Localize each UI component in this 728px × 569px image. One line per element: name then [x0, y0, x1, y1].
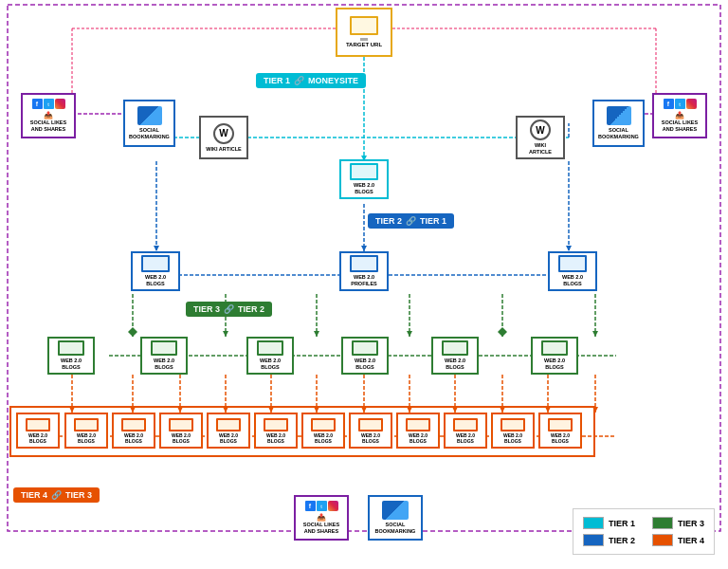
web20-tier4-9: WEB 2.0BLOGS: [396, 413, 440, 449]
bookmarking-icon-right: [607, 106, 631, 125]
web20-tier4-4-label: WEB 2.0BLOGS: [172, 432, 191, 444]
web20-tier4-1: WEB 2.0BLOGS: [16, 413, 60, 449]
web20-tier4-5: WEB 2.0BLOGS: [207, 413, 250, 449]
wiki-right-label: WIKIARTICLE: [529, 142, 552, 155]
web20-tier4-6-label: WEB 2.0BLOGS: [266, 432, 285, 444]
bookmarking-bottom-label: SOCIALBOOKMARKING: [375, 522, 416, 534]
legend-tier1: TIER 1: [583, 517, 635, 529]
web20-tier4-6: WEB 2.0BLOGS: [254, 413, 298, 449]
target-monitor-icon: [350, 16, 378, 35]
web20-profiles-tier2: WEB 2.0 PROFILES: [339, 251, 389, 291]
tier4-label: TIER 4 🔗 TIER 3: [13, 487, 100, 503]
web20-tier3-3: WEB 2.0BLOGS: [246, 337, 294, 375]
tier1-text: TIER 1: [264, 76, 290, 85]
web20-tier3-6: WEB 2.0BLOGS: [531, 337, 578, 375]
web20-tier3-6-label: WEB 2.0BLOGS: [544, 358, 565, 370]
web20-tier4-7: WEB 2.0BLOGS: [301, 413, 345, 449]
social-likes-bottom-label: SOCIAL LIKESAND SHARES: [303, 522, 339, 534]
diagram-container: TARGET URL TIER 1 🔗 MONEYSITE f t 📤 SOCI…: [0, 0, 728, 569]
svg-marker-52: [592, 407, 598, 413]
legend-tier2: TIER 2: [583, 534, 635, 546]
wiki-article-left: W WIKI ARTICLE: [199, 116, 248, 159]
target-label: TARGET URL: [346, 42, 382, 48]
svg-marker-23: [407, 331, 412, 337]
social-likes-right-label: SOCIAL LIKESAND SHARES: [662, 119, 698, 132]
social-likes-right: f t 📤 SOCIAL LIKESAND SHARES: [652, 93, 707, 138]
legend-tier4: TIER 4: [652, 534, 704, 546]
web20-tier4-8-label: WEB 2.0BLOGS: [361, 432, 380, 444]
tier4-text: TIER 4: [21, 490, 47, 500]
social-bookmarking-bottom: SOCIALBOOKMARKING: [368, 495, 423, 541]
svg-marker-55: [498, 327, 507, 337]
web20-tier3-3-label: WEB 2.0BLOGS: [260, 358, 281, 370]
target-url-node: TARGET URL: [336, 8, 392, 57]
web20-tier4-2: WEB 2.0BLOGS: [64, 413, 108, 449]
tier3-text: TIER 3: [193, 304, 220, 314]
moneysite-text: MONEYSITE: [308, 76, 358, 85]
web20-tier4-8: WEB 2.0BLOGS: [349, 413, 392, 449]
bookmarking-icon-left: [137, 106, 162, 125]
web20-tier4-12: WEB 2.0BLOGS: [538, 413, 582, 449]
web20-tier4-3-label: WEB 2.0BLOGS: [124, 432, 143, 444]
chain-icon-3: 🔗: [224, 304, 234, 314]
svg-marker-27: [592, 331, 598, 337]
chain-icon-1: 🔗: [294, 76, 304, 85]
web20-tier4-3: WEB 2.0BLOGS: [112, 413, 155, 449]
web20-tier4-11: WEB 2.0BLOGS: [491, 413, 535, 449]
web20-tier4-4: WEB 2.0BLOGS: [159, 413, 203, 449]
svg-marker-54: [128, 327, 137, 337]
tier2-text: TIER 2: [375, 216, 402, 226]
social-icons-right: f t: [664, 99, 697, 109]
web20-blogs-tier1-center: WEB 2.0BLOGS: [339, 159, 389, 199]
social-bookmarking-right: SOCIALBOOKMARKING: [592, 100, 645, 147]
web20-tier4-9-label: WEB 2.0BLOGS: [409, 432, 428, 444]
web20-tier4-2-label: WEB 2.0BLOGS: [77, 432, 96, 444]
tier3-ref-text: TIER 3: [65, 490, 92, 500]
web20-tier3-5-label: WEB 2.0BLOGS: [445, 358, 465, 370]
bookmarking-right-label: SOCIALBOOKMARKING: [598, 127, 639, 139]
tier2-ref-text: TIER 2: [238, 304, 264, 314]
web20-tier3-4-label: WEB 2.0BLOGS: [355, 358, 375, 370]
web20-tier2-left-label: WEB 2.0BLOGS: [145, 274, 166, 286]
legend-tier3: TIER 3: [652, 517, 704, 529]
svg-marker-21: [314, 331, 319, 337]
web20-tier4-12-label: WEB 2.0BLOGS: [551, 432, 570, 444]
tier1-moneysite-label: TIER 1 🔗 MONEYSITE: [256, 73, 366, 88]
wiki-icon-left: W: [213, 123, 234, 144]
tier2-label: TIER 2 🔗 TIER 1: [368, 213, 454, 229]
tier1-ref-text: TIER 1: [420, 216, 446, 226]
social-likes-left: f t 📤 SOCIAL LIKES AND SHARES: [21, 93, 76, 138]
wiki-icon-right: W: [530, 119, 551, 140]
bookmarking-icon-bottom: [382, 501, 409, 520]
web20-tier3-1-label: WEB 2.0BLOGS: [61, 358, 82, 370]
web20-tier4-1-label: WEB 2.0BLOGS: [28, 432, 47, 444]
tier3-label: TIER 3 🔗 TIER 2: [186, 302, 272, 317]
svg-marker-25: [500, 331, 505, 337]
svg-marker-17: [130, 331, 136, 337]
web20-tier4-11-label: WEB 2.0BLOGS: [503, 432, 522, 444]
web20-tier2-left: WEB 2.0BLOGS: [131, 251, 180, 291]
legend: TIER 1 TIER 3 TIER 2 TIER 4: [573, 508, 715, 555]
chain-icon-4: 🔗: [51, 490, 62, 500]
web20-tier3-1: WEB 2.0BLOGS: [47, 337, 95, 375]
chain-icon-2: 🔗: [406, 216, 416, 226]
legend-tier4-label: TIER 4: [678, 536, 704, 545]
social-bookmarking-left: SOCIAL BOOKMARKING: [123, 100, 175, 147]
web20-tier3-2-label: WEB 2.0BLOGS: [154, 358, 174, 370]
web20-tier2-right: WEB 2.0BLOGS: [548, 251, 597, 291]
web20-tier3-4: WEB 2.0BLOGS: [341, 337, 389, 375]
legend-tier3-label: TIER 3: [678, 519, 704, 528]
web20-tier3-2: WEB 2.0BLOGS: [140, 337, 188, 375]
web20-tier3-5: WEB 2.0BLOGS: [431, 337, 479, 375]
web20-profiles-label: WEB 2.0 PROFILES: [343, 274, 385, 286]
svg-marker-19: [223, 331, 228, 337]
web20-tier4-5-label: WEB 2.0BLOGS: [219, 432, 238, 444]
web20-tier2-right-label: WEB 2.0BLOGS: [562, 274, 583, 286]
bookmarking-left-label: SOCIAL BOOKMARKING: [127, 127, 172, 139]
social-likes-bottom: f t 📤 SOCIAL LIKESAND SHARES: [294, 495, 349, 541]
social-likes-left-label: SOCIAL LIKES AND SHARES: [25, 119, 72, 132]
web20-tier1-center-label: WEB 2.0BLOGS: [354, 182, 374, 194]
web20-tier4-10: WEB 2.0BLOGS: [444, 413, 487, 449]
wiki-article-right: W WIKIARTICLE: [516, 116, 565, 159]
web20-tier4-7-label: WEB 2.0BLOGS: [314, 432, 333, 444]
